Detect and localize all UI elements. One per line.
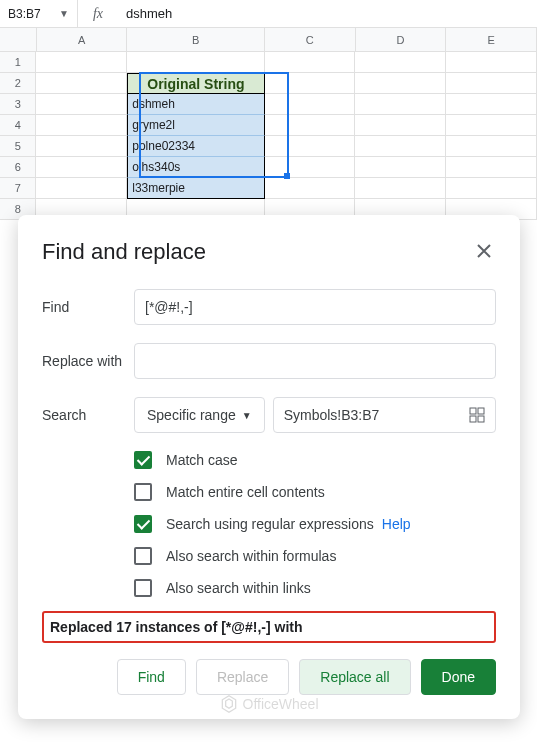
cell[interactable] [265, 115, 356, 136]
name-box[interactable]: B3:B7 ▼ [0, 0, 78, 27]
row-header[interactable]: 1 [0, 52, 36, 73]
regex-checkbox[interactable] [134, 515, 152, 533]
cell[interactable] [446, 136, 537, 157]
col-header[interactable]: E [446, 28, 537, 52]
svg-rect-2 [470, 416, 476, 422]
dialog-title: Find and replace [42, 239, 496, 265]
replace-all-button[interactable]: Replace all [299, 659, 410, 695]
replace-input[interactable] [134, 343, 496, 379]
cell[interactable] [446, 73, 537, 94]
col-header[interactable]: D [356, 28, 447, 52]
help-link[interactable]: Help [382, 516, 411, 532]
cell[interactable] [446, 157, 537, 178]
cell[interactable] [446, 52, 537, 73]
cell[interactable] [36, 178, 127, 199]
chevron-down-icon: ▼ [242, 410, 252, 421]
cell[interactable] [355, 52, 446, 73]
cell[interactable] [36, 94, 127, 115]
match-entire-label: Match entire cell contents [166, 484, 325, 500]
match-case-label: Match case [166, 452, 238, 468]
cell[interactable] [36, 115, 127, 136]
done-button[interactable]: Done [421, 659, 496, 695]
row-header[interactable]: 6 [0, 157, 36, 178]
row-header[interactable]: 2 [0, 73, 36, 94]
cell[interactable] [36, 73, 127, 94]
match-case-checkbox[interactable] [134, 451, 152, 469]
table-cell[interactable]: l33merpie [127, 178, 264, 199]
cell[interactable] [355, 115, 446, 136]
cell[interactable] [355, 94, 446, 115]
regex-label: Search using regular expressions [166, 516, 374, 532]
table-cell[interactable]: oihs340s [127, 157, 264, 178]
svg-rect-3 [478, 416, 484, 422]
replace-button[interactable]: Replace [196, 659, 289, 695]
cell[interactable] [446, 115, 537, 136]
formula-input[interactable] [118, 0, 537, 27]
links-label: Also search within links [166, 580, 311, 596]
table-cell[interactable]: dshmeh [127, 94, 264, 115]
cell[interactable] [36, 157, 127, 178]
cell[interactable] [127, 52, 264, 73]
dropdown-arrow-icon: ▼ [59, 8, 69, 19]
range-value: Symbols!B3:B7 [284, 407, 380, 423]
cell[interactable] [355, 157, 446, 178]
close-button[interactable] [472, 239, 496, 263]
status-message: Replaced 17 instances of [*@#!,-] with [42, 611, 496, 643]
table-cell[interactable]: gryme2l [127, 115, 264, 136]
col-header[interactable]: B [127, 28, 264, 52]
find-replace-dialog: Find and replace Find Replace with Searc… [18, 215, 520, 719]
cell[interactable] [355, 178, 446, 199]
col-header[interactable]: C [265, 28, 356, 52]
col-header[interactable]: A [37, 28, 128, 52]
cell[interactable] [355, 136, 446, 157]
formulas-label: Also search within formulas [166, 548, 336, 564]
name-box-value: B3:B7 [8, 7, 41, 21]
cell[interactable] [265, 73, 356, 94]
close-icon [477, 244, 491, 258]
cell[interactable] [446, 178, 537, 199]
search-scope-value: Specific range [147, 407, 236, 423]
grid-icon [469, 407, 485, 423]
formulas-checkbox[interactable] [134, 547, 152, 565]
match-entire-checkbox[interactable] [134, 483, 152, 501]
cell[interactable] [36, 136, 127, 157]
search-scope-dropdown[interactable]: Specific range ▼ [134, 397, 265, 433]
cell[interactable] [36, 52, 127, 73]
cell[interactable] [355, 73, 446, 94]
cell[interactable] [265, 157, 356, 178]
find-label: Find [42, 299, 134, 315]
replace-label: Replace with [42, 353, 134, 369]
row-header[interactable]: 5 [0, 136, 36, 157]
row-header[interactable]: 7 [0, 178, 36, 199]
select-all-corner[interactable] [0, 28, 37, 52]
svg-rect-0 [470, 408, 476, 414]
find-input[interactable] [134, 289, 496, 325]
range-input[interactable]: Symbols!B3:B7 [273, 397, 496, 433]
row-header[interactable]: 3 [0, 94, 36, 115]
cell[interactable] [265, 52, 356, 73]
search-label: Search [42, 407, 134, 423]
table-cell[interactable]: polne02334 [127, 136, 264, 157]
table-header[interactable]: Original String [127, 73, 264, 94]
cell[interactable] [265, 94, 356, 115]
cell[interactable] [265, 178, 356, 199]
links-checkbox[interactable] [134, 579, 152, 597]
row-header[interactable]: 4 [0, 115, 36, 136]
cell[interactable] [265, 136, 356, 157]
svg-rect-1 [478, 408, 484, 414]
fx-label: fx [78, 6, 118, 22]
find-button[interactable]: Find [117, 659, 186, 695]
cell[interactable] [446, 94, 537, 115]
